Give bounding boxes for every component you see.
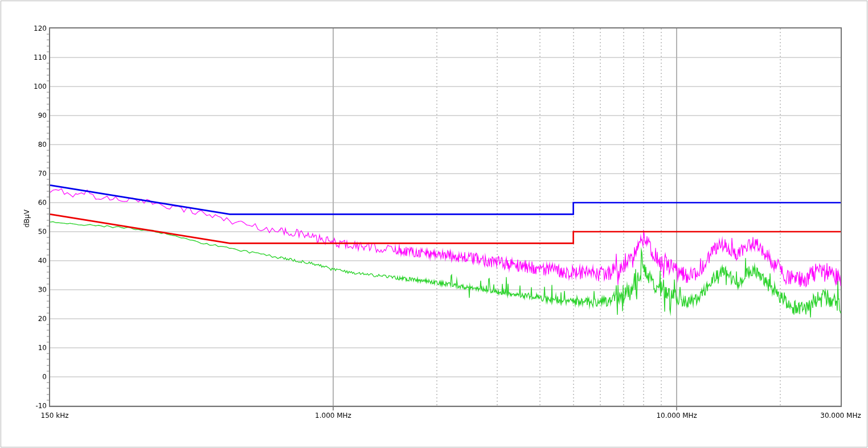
y-axis-tick-label: 50 [18, 228, 47, 236]
y-axis-tick-label: 90 [18, 112, 47, 120]
y-axis-tick-label: 60 [18, 199, 47, 207]
x-axis-tick-label: 30.000 MHz [798, 412, 868, 420]
y-axis-tick-label: 120 [18, 24, 47, 32]
y-axis-tick-label: 10 [18, 344, 47, 352]
x-axis-tick-label: 1.000 MHz [290, 412, 376, 420]
y-axis-tick-label: 30 [18, 286, 47, 294]
y-axis-tick-label: 80 [18, 141, 47, 149]
y-axis-tick-label: 70 [18, 170, 47, 178]
x-axis-tick-label: 10.000 MHz [634, 412, 719, 420]
y-axis-tick-label: 0 [18, 373, 47, 381]
y-axis-tick-label: -10 [18, 402, 47, 410]
y-axis-tick-label: 20 [18, 315, 47, 323]
x-axis-tick-label: 150 kHz [12, 412, 97, 420]
y-axis-tick-label: 110 [18, 54, 47, 61]
y-axis-title: dBµV [23, 209, 31, 228]
y-axis-tick-label: 40 [18, 257, 47, 265]
emi-chart-panel: dBµV 1201101009080706050403020100-10 150… [0, 0, 868, 448]
emi-chart-canvas [0, 0, 868, 448]
y-axis-tick-label: 100 [18, 83, 47, 91]
